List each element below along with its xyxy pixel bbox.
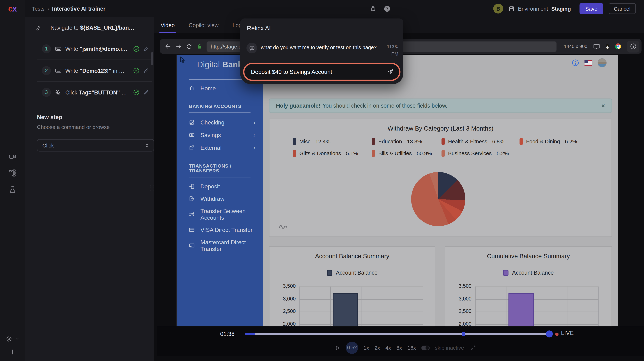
bug-icon[interactable] — [370, 5, 376, 12]
ai-prompt-input[interactable]: Deposit $40 to Savings Account — [243, 63, 400, 81]
bank-nav-item-label: Withdraw — [200, 195, 224, 202]
sitemap-icon[interactable] — [8, 169, 16, 177]
chevron-right-icon: › — [253, 131, 255, 138]
skip-inactive-toggle[interactable] — [421, 345, 430, 350]
gridline — [568, 287, 568, 326]
keyboard-icon — [55, 46, 62, 52]
video-camera-icon[interactable] — [8, 153, 16, 160]
edit-step-icon[interactable] — [144, 89, 149, 95]
bank-help-icon[interactable] — [572, 59, 579, 66]
save-button[interactable]: Save — [580, 3, 603, 14]
bank-nav-item-savings[interactable]: Savings› — [177, 126, 263, 138]
bank-nav-item-withdraw[interactable]: Withdraw — [177, 190, 263, 202]
bank-nav-item-label: Home — [200, 85, 216, 92]
legend-swatch — [503, 270, 508, 276]
speed-button-2x[interactable]: 2x — [374, 345, 380, 351]
bank-content: Dashboard Holy guacamole! You should che… — [263, 55, 618, 326]
user-avatar[interactable]: B — [494, 4, 503, 14]
timeline-track[interactable]: LIVE — [245, 333, 552, 335]
gridline — [598, 287, 599, 326]
alert-close-icon[interactable]: × — [602, 102, 605, 109]
timeline-played — [245, 333, 255, 335]
help-icon[interactable] — [384, 5, 391, 12]
bank-nav-item-mastercard-direct-transfer[interactable]: Mastercard Direct Transfer — [177, 233, 263, 252]
breadcrumb-root[interactable]: Tests — [32, 5, 44, 12]
bank-nav-item-transfer-between-accounts[interactable]: Transfer Between Accounts — [177, 202, 263, 221]
gear-icon[interactable] — [6, 335, 12, 342]
app-window: cx Tests › Interactive AI trainer B Env — [0, 0, 644, 361]
speed-button-8x[interactable]: 8x — [396, 345, 402, 351]
bar-chart-title: Cumulative Balance Summary — [445, 253, 612, 260]
gridline — [361, 287, 361, 326]
us-flag-icon[interactable] — [584, 60, 592, 65]
command-select-value: Click — [42, 142, 54, 148]
bank-nav-item-label: Checking — [200, 119, 224, 126]
legend-label: Food & Dining — [526, 138, 560, 144]
legend-label: Misc — [299, 138, 310, 144]
cancel-button[interactable]: Cancel — [608, 3, 636, 14]
speed-button-1x[interactable]: 1x — [364, 345, 369, 351]
legend-swatch — [520, 138, 523, 145]
panel-resize-handle[interactable] — [150, 186, 154, 190]
edit-step-icon[interactable] — [144, 68, 149, 73]
bank-nav-item-label: Savings — [200, 132, 221, 138]
info-button[interactable] — [627, 40, 639, 52]
chevron-right-icon: › — [253, 144, 255, 151]
step-row-2[interactable]: 2 Write "Demo123!" in … — [24, 60, 154, 81]
panel-scrollbar[interactable] — [151, 52, 153, 65]
app-logo[interactable]: cx — [0, 4, 24, 14]
settings-control[interactable] — [6, 335, 20, 342]
timeline-knob[interactable] — [546, 331, 553, 338]
edit-step-icon[interactable] — [144, 46, 149, 52]
command-select[interactable]: Click — [37, 139, 154, 152]
bank-sidebar: DigitalBank Home BANKING ACCOUNTSCheckin… — [177, 55, 263, 326]
bank-nav-item-external[interactable]: External› — [177, 138, 263, 151]
alert-banner: Holy guacamole! You should check in on s… — [269, 99, 612, 113]
back-button[interactable] — [165, 43, 172, 50]
legend-swatch — [442, 138, 445, 145]
bar-chart-legend: Account Balance — [445, 270, 612, 276]
reload-button[interactable] — [186, 43, 192, 49]
bank-user-avatar[interactable] — [598, 58, 606, 67]
playback-time: 01:38 — [220, 331, 234, 337]
video-viewport[interactable]: DigitalBank Home BANKING ACCOUNTSCheckin… — [177, 55, 618, 326]
step-row-3[interactable]: 3 Click Tag="BUTTON" … — [24, 82, 154, 103]
bar-chart-plot — [299, 287, 422, 326]
speed-button-4x[interactable]: 4x — [386, 345, 391, 351]
step-number: 1 — [42, 44, 51, 53]
tab-video[interactable]: Video — [161, 17, 175, 33]
bank-nav-item-checking[interactable]: Checking› — [177, 113, 263, 126]
gridline — [422, 287, 423, 326]
tab-copilot-view[interactable]: Copilot view — [189, 17, 218, 33]
check-circle-icon — [133, 46, 140, 52]
bank-nav-item-label: Mastercard Direct Transfer — [200, 239, 255, 252]
breadcrumb-separator: › — [48, 5, 49, 12]
speed-button-0.5x[interactable]: 0.5x — [346, 342, 358, 354]
y-axis-tick-label: 3,000 — [274, 296, 296, 302]
bank-nav-item-label: Transfer Between Accounts — [200, 208, 255, 221]
step-row-1[interactable]: 1 Write "jsmith@demo.i… — [24, 38, 154, 60]
fullscreen-icon[interactable] — [470, 345, 476, 351]
monitor-icon[interactable] — [593, 43, 600, 50]
step-navigate[interactable]: Navigate to ${BASE_URL}/ban… — [24, 17, 154, 38]
link-icon — [36, 25, 42, 31]
bar — [508, 293, 534, 326]
flask-icon[interactable] — [8, 186, 16, 193]
timeline-marker[interactable] — [462, 332, 466, 336]
legend-item: Health & Fitness6.8% — [442, 138, 520, 145]
credit-card-icon — [189, 243, 194, 248]
environment-selector[interactable]: Environment Staging — [508, 5, 571, 12]
forward-button[interactable] — [176, 43, 182, 50]
step-label: Click Tag="BUTTON" … — [65, 89, 130, 95]
bank-nav-item-deposit[interactable]: Deposit — [177, 177, 263, 190]
add-button[interactable] — [9, 349, 15, 355]
new-step-section: New step Choose a command or browse Clic… — [24, 103, 154, 152]
send-button[interactable] — [387, 68, 394, 75]
play-button[interactable] — [334, 345, 340, 351]
speed-button-16x[interactable]: 16x — [407, 345, 416, 351]
bank-nav-item-visa-direct-transfer[interactable]: VISA Direct Transfer — [177, 221, 263, 233]
y-axis-tick-label: 2,500 — [274, 308, 296, 314]
chevron-down-icon[interactable] — [15, 337, 19, 341]
video-player-bar: 01:38 LIVE 0.5x1x2x4x8x16x skip inactive — [157, 326, 644, 356]
legend-swatch — [293, 138, 296, 145]
